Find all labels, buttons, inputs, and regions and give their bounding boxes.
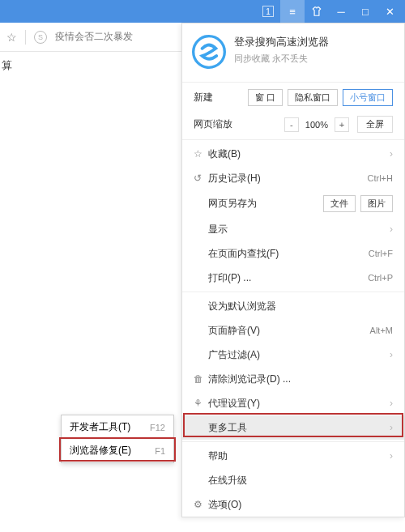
zoom-value: 100% (302, 120, 331, 130)
chevron-right-icon: › (390, 148, 393, 160)
separator (182, 139, 404, 140)
new-private-button[interactable]: 隐私窗口 (288, 89, 338, 106)
menu-label: 打印(P) ... (208, 271, 368, 285)
menu-help[interactable]: 帮助 › (182, 444, 404, 468)
address-hint: 疫情会否二次暴发 (55, 30, 133, 44)
menu-print[interactable]: 打印(P) ... Ctrl+P (182, 266, 404, 290)
menu-favorites[interactable]: ☆ 收藏(B) › (182, 142, 404, 166)
menu-button[interactable]: ≡ (280, 0, 305, 23)
menu-default-browser[interactable]: 设为默认浏览器 (182, 294, 404, 318)
shortcut: Alt+M (370, 326, 393, 335)
menu-label: 选项(O) (208, 498, 393, 512)
menu-label: 网页另存为 (208, 197, 323, 211)
menu-save: 网页另存为 文件 图片 (182, 190, 404, 217)
separator (182, 82, 404, 83)
tab-count[interactable]: 1 (256, 0, 280, 23)
zoom-controls: - 100% + (284, 117, 349, 132)
save-buttons: 文件 图片 (323, 195, 393, 212)
submenu-label: 浏览器修复(E) (70, 444, 131, 458)
shortcut: F12 (150, 423, 165, 432)
tab-count-box: 1 (262, 6, 274, 17)
menu-mute[interactable]: 页面静音(V) Alt+M (182, 318, 404, 343)
menu-label: 设为默认浏览器 (208, 300, 393, 313)
separator (182, 441, 404, 442)
menu-more-tools[interactable]: 更多工具 › (182, 415, 404, 440)
star-icon: ☆ (194, 148, 208, 160)
menu-label: 在页面内查找(F) (208, 247, 369, 261)
menu-label: 更多工具 (208, 421, 390, 435)
skin-button[interactable] (305, 0, 329, 23)
menu-label: 广告过滤(A) (208, 348, 390, 362)
page-fragment: 算 (0, 58, 12, 73)
zoom-out-button[interactable]: - (284, 117, 299, 132)
sogou-icon: S (34, 31, 47, 44)
account-sub: 同步收藏 永不丢失 (234, 53, 329, 65)
submenu-devtools[interactable]: 开发者工具(T) F12 (62, 415, 173, 439)
clock-icon: ↺ (194, 172, 208, 184)
shortcut: Ctrl+H (368, 173, 393, 183)
shortcut: F1 (155, 446, 165, 456)
menu-label: 收藏(B) (208, 147, 390, 161)
divider (25, 30, 26, 45)
chevron-right-icon: › (390, 349, 393, 360)
new-small-button[interactable]: 小号窗口 (343, 89, 393, 106)
new-label: 新建 (194, 91, 248, 104)
separator (182, 292, 404, 292)
zoom-in-button[interactable]: + (335, 117, 349, 132)
gear-icon: ⚙ (194, 499, 208, 510)
account-text: 登录搜狗高速浏览器 同步收藏 永不丢失 (234, 35, 329, 69)
new-buttons: 窗 口 隐私窗口 小号窗口 (248, 89, 393, 106)
menu-find[interactable]: 在页面内查找(F) Ctrl+F (182, 241, 404, 266)
submenu-label: 开发者工具(T) (70, 420, 130, 434)
menu-label: 显示 (208, 223, 390, 236)
menu-label: 代理设置(Y) (208, 397, 390, 411)
save-file-button[interactable]: 文件 (323, 195, 356, 212)
sogou-logo-icon (192, 35, 226, 69)
titlebar: 1 ≡ ─ □ ✕ (0, 0, 405, 23)
main-menu: 登录搜狗高速浏览器 同步收藏 永不丢失 新建 窗 口 隐私窗口 小号窗口 网页缩… (181, 23, 405, 517)
menu-label: 页面静音(V) (208, 324, 370, 338)
chevron-right-icon: › (390, 398, 393, 409)
submenu-repair[interactable]: 浏览器修复(E) F1 (62, 439, 173, 462)
menu-clear[interactable]: 🗑 清除浏览记录(D) ... (182, 367, 404, 391)
chevron-right-icon: › (390, 422, 393, 433)
maximize-button[interactable]: □ (353, 0, 377, 23)
minimize-button[interactable]: ─ (329, 0, 353, 23)
fullscreen-button[interactable]: 全屏 (357, 116, 393, 133)
menu-display[interactable]: 显示 › (182, 217, 404, 241)
menu-label: 清除浏览记录(D) ... (208, 372, 393, 386)
chevron-right-icon: › (390, 450, 393, 462)
menu-label: 在线升级 (208, 474, 393, 487)
more-tools-submenu: 开发者工具(T) F12 浏览器修复(E) F1 (61, 415, 174, 463)
close-button[interactable]: ✕ (377, 0, 402, 23)
menu-proxy[interactable]: ⚘ 代理设置(Y) › (182, 391, 404, 415)
menu-options[interactable]: ⚙ 选项(O) (182, 492, 404, 517)
menu-upgrade[interactable]: 在线升级 (182, 468, 404, 492)
zoom-label: 网页缩放 (194, 117, 284, 131)
new-row: 新建 窗 口 隐私窗口 小号窗口 (182, 84, 404, 111)
shortcut: Ctrl+P (368, 273, 393, 283)
trash-icon: 🗑 (194, 373, 208, 385)
account-title: 登录搜狗高速浏览器 (234, 35, 329, 49)
menu-label: 帮助 (208, 449, 390, 463)
save-image-button[interactable]: 图片 (360, 195, 393, 212)
menu-history[interactable]: ↺ 历史记录(H) Ctrl+H (182, 166, 404, 190)
zoom-row: 网页缩放 - 100% + 全屏 (182, 111, 404, 138)
shortcut: Ctrl+F (369, 249, 393, 258)
bookmark-star-icon[interactable]: ☆ (6, 31, 17, 44)
account-row[interactable]: 登录搜狗高速浏览器 同步收藏 永不丢失 (182, 23, 404, 80)
menu-adblock[interactable]: 广告过滤(A) › (182, 343, 404, 367)
menu-label: 历史记录(H) (208, 172, 368, 185)
link-icon: ⚘ (194, 398, 208, 409)
new-window-button[interactable]: 窗 口 (248, 89, 283, 106)
chevron-right-icon: › (390, 223, 393, 235)
